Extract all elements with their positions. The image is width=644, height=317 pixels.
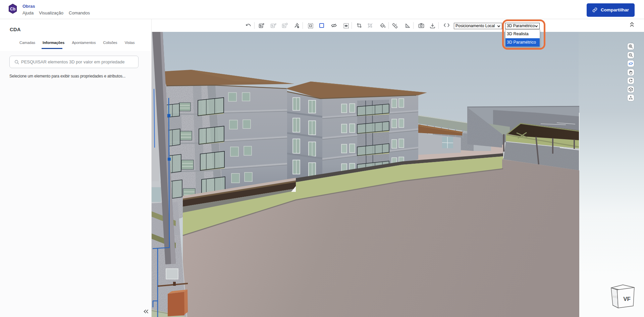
svg-text:VF: VF [623,296,631,302]
svg-text:ME: ME [612,295,618,299]
svg-text:Cb: Cb [10,7,15,11]
